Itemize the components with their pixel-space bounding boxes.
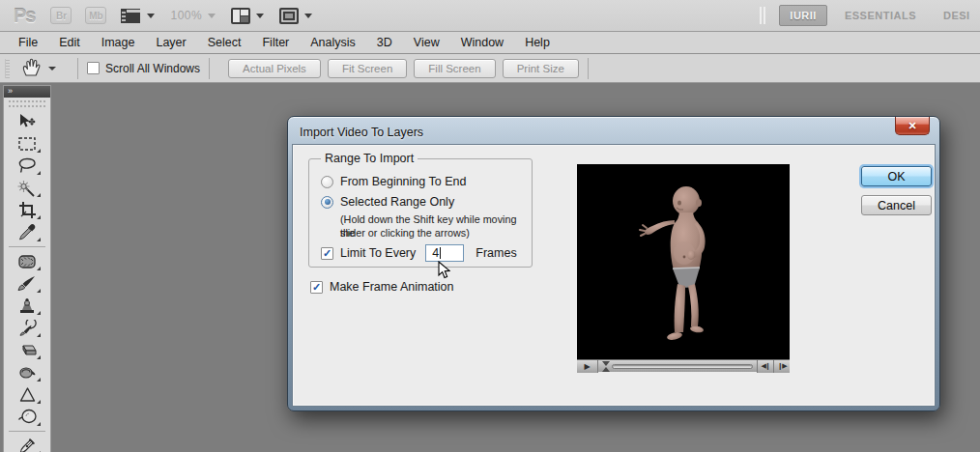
flyout-indicator-icon	[37, 215, 41, 219]
menu-view[interactable]: View	[403, 33, 450, 52]
frames-count-input[interactable]: 4	[425, 244, 464, 262]
flyout-indicator-icon	[37, 289, 41, 293]
application-bar: Ps Br Mb 100% IURII ESSEN	[0, 0, 980, 32]
workspace-button-design[interactable]: DESI	[934, 6, 976, 25]
launch-bridge-button[interactable]: Br	[50, 7, 72, 24]
brush-tool[interactable]	[11, 272, 43, 295]
menu-layer[interactable]: Layer	[145, 33, 196, 52]
range-to-import-group: Range To Import From Beginning To End Se…	[308, 158, 533, 268]
radio-selected-icon[interactable]	[321, 196, 333, 209]
radio-from-beginning-label: From Beginning To End	[340, 175, 466, 188]
menu-select[interactable]: Select	[197, 33, 252, 52]
limit-checkbox[interactable]: ✓	[321, 247, 333, 260]
play-button[interactable]: ▶	[577, 360, 598, 373]
make-frame-animation-label: Make Frame Animation	[330, 280, 454, 294]
radio-icon[interactable]	[321, 176, 333, 188]
grip-icon[interactable]	[9, 100, 45, 107]
frames-label: Frames	[476, 246, 516, 260]
radio-from-beginning[interactable]: From Beginning To End	[321, 175, 466, 188]
move-tool[interactable]	[11, 110, 43, 132]
menu-file[interactable]: File	[8, 33, 48, 52]
ok-button[interactable]: OK	[861, 166, 932, 186]
paint-bucket-tool[interactable]	[11, 361, 43, 383]
video-preview: ▶ ◀❙ ❙▶	[577, 164, 790, 372]
arrange-documents-icon	[231, 8, 250, 24]
fit-screen-button[interactable]: Fit Screen	[328, 59, 407, 78]
flyout-indicator-icon	[37, 149, 41, 153]
flyout-indicator-icon	[37, 355, 41, 359]
crop-tool[interactable]	[11, 199, 43, 221]
eyedropper-tool[interactable]	[11, 221, 43, 243]
launch-mobile-button[interactable]: Mb	[85, 7, 106, 24]
menu-3d[interactable]: 3D	[366, 33, 403, 52]
make-frame-animation-checkbox[interactable]: ✓	[310, 281, 323, 294]
menu-help[interactable]: Help	[514, 33, 561, 52]
workspace-button-essentials[interactable]: ESSENTIALS	[835, 6, 926, 25]
actual-pixels-button[interactable]: Actual Pixels	[228, 59, 321, 78]
dialog-close-button[interactable]: ✕	[895, 117, 930, 135]
step-back-button[interactable]: ◀❙	[757, 360, 773, 373]
mouse-cursor-icon	[438, 261, 450, 280]
history-brush-tool[interactable]	[11, 317, 43, 339]
chevron-down-icon	[147, 14, 155, 18]
screen-mode-icon	[279, 8, 299, 24]
video-scrubber[interactable]	[598, 360, 757, 373]
photoshop-logo: Ps	[14, 5, 35, 27]
scrubber-track[interactable]	[612, 364, 753, 369]
fill-screen-button[interactable]: Fill Screen	[414, 59, 495, 78]
frames-count-value: 4	[432, 246, 439, 260]
pen-tool[interactable]	[11, 435, 43, 452]
menu-bar: File Edit Image Layer Select Filter Anal…	[0, 32, 980, 54]
print-size-button[interactable]: Print Size	[503, 59, 579, 78]
menu-edit[interactable]: Edit	[48, 33, 91, 52]
extras-grid-icon	[120, 8, 141, 24]
view-extras-button[interactable]	[120, 8, 155, 24]
dialog-body: Range To Import From Beginning To End Se…	[292, 144, 936, 407]
chevron-down-icon	[304, 14, 312, 18]
healing-brush-tool[interactable]	[11, 250, 43, 272]
dodge-tool[interactable]	[11, 406, 43, 428]
radio-selected-range-label: Selected Range Only	[340, 195, 454, 209]
blur-tool[interactable]	[11, 383, 43, 406]
clone-stamp-tool[interactable]	[11, 295, 43, 317]
screen-mode-button[interactable]	[279, 8, 312, 24]
step-forward-button[interactable]: ❙▶	[773, 360, 790, 373]
menu-analysis[interactable]: Analysis	[300, 33, 366, 52]
separator	[77, 58, 78, 79]
separator	[9, 246, 45, 247]
menu-filter[interactable]: Filter	[251, 33, 300, 52]
eraser-tool[interactable]	[11, 339, 43, 361]
arrange-documents-button[interactable]	[231, 8, 264, 24]
workspace-button-iurii[interactable]: IURII	[779, 5, 827, 26]
panel-collapse-button[interactable]: »	[4, 86, 50, 98]
flyout-indicator-icon	[37, 311, 41, 315]
marquee-tool[interactable]	[11, 132, 43, 155]
scrubber-position-marker[interactable]	[602, 361, 610, 372]
hand-icon	[20, 56, 43, 80]
video-controls: ▶ ◀❙ ❙▶	[577, 359, 790, 372]
flyout-indicator-icon	[37, 378, 41, 381]
flyout-indicator-icon	[37, 400, 41, 404]
menu-window[interactable]: Window	[450, 33, 514, 52]
flyout-indicator-icon	[37, 193, 41, 197]
radio-selected-range[interactable]: Selected Range Only	[321, 195, 454, 209]
chevron-down-icon	[256, 14, 264, 18]
scroll-all-windows-checkbox[interactable]	[87, 62, 100, 74]
cancel-button[interactable]: Cancel	[861, 195, 932, 215]
separator	[588, 58, 589, 79]
flyout-indicator-icon	[37, 171, 41, 175]
scroll-all-windows-option[interactable]: Scroll All Windows	[87, 62, 200, 75]
tools-panel: »	[3, 85, 51, 452]
chevron-down-icon	[208, 14, 216, 18]
grip-icon	[5, 59, 10, 78]
limit-label: Limit To Every	[340, 246, 416, 260]
flyout-indicator-icon	[37, 238, 41, 241]
hand-tool-preset-button[interactable]	[15, 54, 61, 82]
grip-icon[interactable]	[760, 7, 765, 24]
lasso-tool[interactable]	[11, 155, 43, 177]
dialog-titlebar[interactable]: Import Video To Layers ✕	[292, 121, 936, 144]
magic-wand-tool[interactable]	[11, 177, 43, 199]
menu-image[interactable]: Image	[91, 33, 146, 52]
make-frame-animation-row[interactable]: ✓ Make Frame Animation	[310, 280, 454, 294]
separator	[209, 58, 210, 79]
